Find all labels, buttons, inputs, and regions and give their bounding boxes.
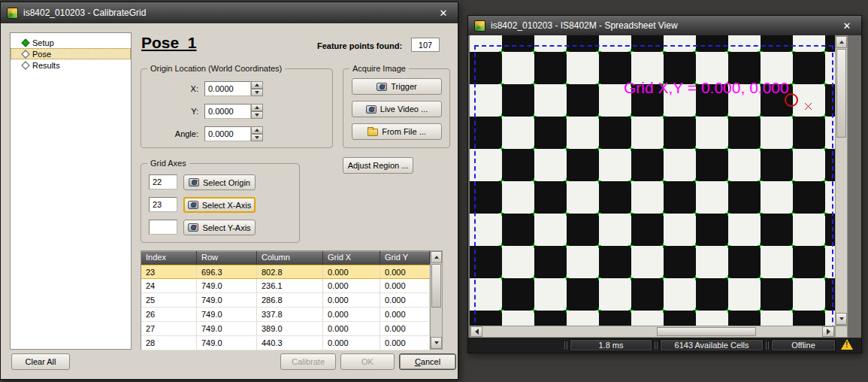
grid-feature-cross [822,178,827,183]
tree-item-pose[interactable]: Pose [11,48,131,59]
close-icon[interactable]: ✕ [839,20,855,32]
grid-feature-cross [564,49,569,54]
scroll-up-button[interactable] [836,36,847,48]
grid-feature-cross [564,243,569,248]
table-row[interactable]: 24 749.0 236.1 0.000 0.000 [141,279,442,293]
angle-input[interactable] [204,126,251,141]
grid-feature-cross [822,146,827,151]
scrollbar-thumb[interactable] [657,327,756,336]
table-row[interactable]: 25 749.0 286.8 0.000 0.000 [141,293,442,308]
camera-icon [377,83,387,91]
grid-feature-cross [531,49,537,54]
grid-feature-cross [661,49,666,54]
spin-up-button[interactable] [251,126,263,134]
calibrate-grid-titlebar[interactable]: is8402_010203 - CalibrateGrid ✕ [1,2,458,23]
table-row[interactable]: 26 749.0 337.8 0.000 0.000 [141,308,442,322]
spreadsheet-view-titlebar[interactable]: is8402_010203 - IS8402M - Spreadsheet Vi… [468,16,861,35]
cancel-button[interactable]: Cancel [399,353,456,370]
scroll-up-button[interactable] [431,251,442,263]
angle-field-row: Angle: [147,126,263,141]
grid-feature-cross [758,146,763,151]
grid-feature-cross [790,243,795,248]
column-header-row[interactable]: Row [197,251,257,265]
y-input[interactable] [204,104,251,119]
grid-feature-cross [596,308,601,313]
select-x-axis-button[interactable]: Select X-Axis [183,197,256,213]
tree-item-setup[interactable]: Setup [11,37,131,48]
y-spinner [251,104,263,119]
image-horizontal-scrollbar[interactable] [470,326,835,338]
trigger-button[interactable]: Trigger [352,78,442,95]
grid-feature-cross [628,114,634,119]
table-row[interactable]: 28 749.0 440.3 0.000 0.000 [141,336,442,350]
grid-feature-cross [693,49,698,54]
scroll-right-button[interactable] [822,326,834,337]
origin-marker-x [805,103,812,110]
origin-group-title: Origin Location (World Coordinates) [147,64,285,73]
spin-down-button[interactable] [251,89,263,96]
origin-index-input[interactable] [149,174,177,189]
grid-feature-cross [531,308,537,313]
grid-feature-cross [499,49,504,54]
status-separator [766,341,769,350]
scrollbar-thumb[interactable] [836,49,846,138]
grid-feature-cross [725,178,730,183]
from-file-button[interactable]: From File ... [352,123,442,140]
grid-feature-cross [596,275,601,280]
grid-feature-cross [661,211,666,216]
grid-xy-overlay-text: Grid X,Y = 0.000, 0.000 [624,79,789,97]
spin-up-button[interactable] [251,81,263,89]
close-icon[interactable]: ✕ [435,8,452,19]
grid-feature-cross [822,275,827,280]
grid-feature-cross [499,81,504,86]
scroll-down-button[interactable] [836,313,847,325]
camera-image[interactable]: Grid X,Y = 0.000, 0.000 [470,35,835,326]
clear-all-button[interactable]: Clear All [11,353,70,370]
grid-feature-cross [758,178,763,183]
grid-feature-cross [790,114,795,119]
adjust-region-button[interactable]: Adjust Region ... [343,157,413,174]
grid-feature-cross [564,178,569,183]
grid-feature-cross [790,275,795,280]
grid-feature-cross [725,308,730,313]
spin-down-button[interactable] [251,134,263,141]
grid-feature-cross [499,146,504,151]
grid-feature-cross [596,81,601,86]
grid-feature-cross [725,275,730,280]
column-header-index[interactable]: Index [141,251,197,265]
table-row[interactable]: 27 749.0 389.0 0.000 0.000 [141,322,442,336]
grid-feature-cross [531,146,537,151]
image-vertical-scrollbar[interactable] [835,35,848,326]
scrollbar-corner [835,326,848,338]
grid-feature-cross [790,178,795,183]
grid-feature-cross [628,275,634,280]
live-video-button[interactable]: Live Video ... [352,101,442,117]
column-header-grid-x[interactable]: Grid X [323,251,380,265]
grid-feature-cross [661,308,666,313]
origin-location-group: Origin Location (World Coordinates) X: Y… [141,68,333,148]
spin-up-button[interactable] [251,104,263,111]
scroll-left-button[interactable] [470,326,482,337]
status-separator [564,341,567,350]
x-label: X: [147,84,204,93]
grid-feature-cross [596,211,601,216]
table-scrollbar[interactable] [430,250,443,350]
x-field-row: X: [147,81,263,96]
grid-feature-cross [822,49,827,54]
status-separator [655,341,658,350]
x-input[interactable] [204,81,251,96]
x-axis-index-input[interactable] [149,197,177,212]
calibrate-grid-window: is8402_010203 - CalibrateGrid ✕ Setup Po… [0,2,458,380]
spin-down-button[interactable] [251,111,263,119]
grid-feature-cross [564,114,569,119]
scrollbar-thumb[interactable] [431,264,441,308]
tree-item-results[interactable]: Results [11,59,131,71]
table-row[interactable]: 23 696.3 802.8 0.000 0.000 [141,265,442,279]
select-origin-button[interactable]: Select Origin [183,174,256,190]
y-axis-index-input[interactable] [149,220,177,235]
column-header-column[interactable]: Column [257,251,323,265]
column-header-grid-y[interactable]: Grid Y [380,251,430,265]
scroll-down-button[interactable] [431,337,442,349]
select-y-axis-button[interactable]: Select Y-Axis [183,220,256,235]
window-title: is8402_010203 - CalibrateGrid [23,8,146,18]
